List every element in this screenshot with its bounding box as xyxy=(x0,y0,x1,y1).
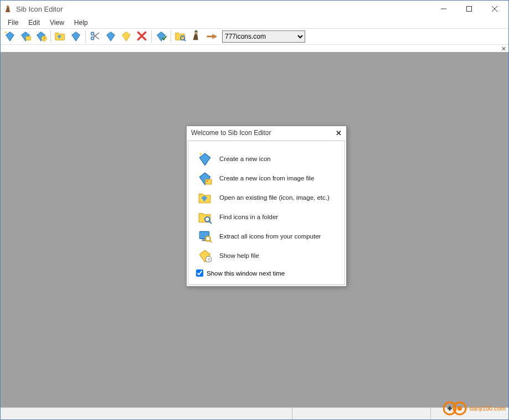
welcome-item-label: Find icons in a folder xyxy=(219,214,278,220)
toolbar: ? 777icons.com xyxy=(1,28,508,45)
show-next-time-row[interactable]: Show this window next time xyxy=(193,265,340,279)
welcome-item-new-icon[interactable]: Create a new icon xyxy=(193,149,340,168)
diamond-blue-icon xyxy=(105,30,117,44)
toolbar-separator xyxy=(85,30,86,43)
svg-point-0 xyxy=(7,6,9,8)
welcome-list: Create a new icon Create a new icon from… xyxy=(193,149,340,265)
main-window: Sib Icon Editor File Edit View Help ? xyxy=(0,0,509,420)
folder-search-icon xyxy=(197,209,213,225)
welcome-item-find-folder[interactable]: Find icons in a folder xyxy=(193,207,340,226)
welcome-item-label: Create a new icon from image file xyxy=(219,175,314,182)
tb-cut[interactable] xyxy=(88,29,102,44)
diamond-icon xyxy=(70,30,82,44)
url-dropdown[interactable]: 777icons.com xyxy=(222,30,305,43)
svg-marker-5 xyxy=(6,32,14,40)
folder-open-icon xyxy=(54,30,66,44)
svg-marker-19 xyxy=(122,32,131,40)
dialog-titlebar: Welcome to Sib Icon Editor ✕ xyxy=(187,126,346,139)
status-cell-3 xyxy=(431,408,508,419)
svg-text:?: ? xyxy=(207,257,209,262)
scissors-icon xyxy=(90,30,101,43)
welcome-item-open-file[interactable]: Open an existing file (icon, image, etc.… xyxy=(193,188,340,207)
hand-point-icon xyxy=(205,30,218,44)
welcome-item-extract[interactable]: Extract all icons from your computer xyxy=(193,226,340,246)
welcome-item-label: Open an existing file (icon, image, etc.… xyxy=(219,194,330,201)
welcome-item-new-from-image[interactable]: Create a new icon from image file xyxy=(193,168,340,188)
tab-bar: ✕ xyxy=(1,45,508,53)
svg-point-30 xyxy=(207,180,208,182)
tb-delete[interactable] xyxy=(135,29,149,44)
tb-save-check[interactable] xyxy=(154,29,168,44)
svg-line-37 xyxy=(210,240,212,242)
welcome-dialog: Welcome to Sib Icon Editor ✕ Create a ne… xyxy=(186,126,347,287)
svg-marker-18 xyxy=(107,32,115,40)
svg-marker-6 xyxy=(4,30,7,34)
svg-line-24 xyxy=(184,39,186,41)
tb-copy[interactable] xyxy=(104,29,118,44)
toolbar-separator xyxy=(171,30,171,43)
tb-open-question[interactable]: ? xyxy=(34,29,48,44)
svg-marker-13 xyxy=(72,32,80,40)
tb-new-icon[interactable] xyxy=(3,29,17,44)
close-button[interactable] xyxy=(482,1,507,17)
welcome-item-label: Extract all icons from your computer xyxy=(219,233,321,240)
folder-search-icon xyxy=(174,30,187,44)
tb-point[interactable] xyxy=(204,29,219,44)
diamond-question-icon: ? xyxy=(35,30,47,44)
show-next-time-checkbox[interactable] xyxy=(196,269,203,277)
window-title: Sib Icon Editor xyxy=(16,5,431,13)
minimize-icon xyxy=(441,6,446,12)
svg-marker-27 xyxy=(199,152,203,156)
app-icon xyxy=(4,4,13,13)
menu-view[interactable]: View xyxy=(45,18,69,28)
svg-marker-26 xyxy=(199,153,210,165)
delete-x-icon xyxy=(136,30,147,43)
diamond-image-icon xyxy=(197,170,213,186)
close-icon xyxy=(492,6,497,12)
welcome-item-label: Create a new icon xyxy=(219,155,271,162)
welcome-item-label: Show help file xyxy=(219,252,259,259)
toolbar-separator xyxy=(151,30,152,43)
tb-diamond[interactable] xyxy=(69,29,83,44)
diamond-yellow-icon xyxy=(120,30,132,44)
diamond-sparkle-icon xyxy=(4,30,16,44)
titlebar: Sib Icon Editor xyxy=(1,1,508,17)
maximize-button[interactable] xyxy=(456,1,482,17)
dialog-body: Create a new icon Create a new icon from… xyxy=(188,141,345,285)
window-controls xyxy=(431,1,507,17)
minimize-button[interactable] xyxy=(431,1,456,17)
svg-rect-2 xyxy=(467,7,472,12)
menubar: File Edit View Help xyxy=(1,17,508,28)
maximize-icon xyxy=(466,6,472,12)
menu-help[interactable]: Help xyxy=(69,18,93,28)
status-cell-1 xyxy=(1,408,292,419)
workspace: Welcome to Sib Icon Editor ✕ Create a ne… xyxy=(1,53,508,407)
menu-edit[interactable]: Edit xyxy=(23,18,45,28)
dialog-title: Welcome to Sib Icon Editor xyxy=(191,129,333,137)
tb-find-folder[interactable] xyxy=(173,29,188,44)
tb-open-folder[interactable] xyxy=(53,29,68,44)
tb-paste[interactable] xyxy=(119,29,133,44)
diamond-sparkle-icon xyxy=(197,151,213,167)
toolbar-separator xyxy=(50,30,51,43)
svg-text:?: ? xyxy=(43,37,45,40)
tab-close-button[interactable]: ✕ xyxy=(500,45,507,53)
status-cell-2 xyxy=(292,408,431,419)
svg-rect-29 xyxy=(205,179,212,184)
svg-rect-8 xyxy=(26,36,30,39)
diamond-image-icon xyxy=(19,30,32,44)
tb-wizard[interactable] xyxy=(189,29,203,44)
welcome-item-help[interactable]: ? Show help file xyxy=(193,246,340,265)
show-next-time-label: Show this window next time xyxy=(207,270,285,277)
diamond-help-icon: ? xyxy=(197,248,213,263)
statusbar xyxy=(1,407,508,419)
svg-point-36 xyxy=(205,236,210,241)
computer-search-icon xyxy=(197,229,213,244)
dialog-close-button[interactable]: ✕ xyxy=(333,128,344,138)
menu-file[interactable]: File xyxy=(3,18,23,28)
diamond-check-icon xyxy=(155,30,167,44)
folder-open-icon xyxy=(197,190,213,205)
svg-point-32 xyxy=(205,217,210,222)
wizard-icon xyxy=(190,30,202,44)
tb-new-from-image[interactable] xyxy=(18,29,33,44)
